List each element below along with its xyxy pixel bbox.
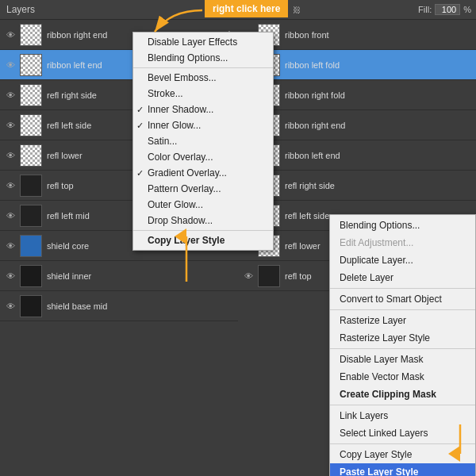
- menu-divider: [330, 309, 475, 310]
- layer-thumbnail: [20, 54, 42, 76]
- chain-icon: ⛓: [290, 3, 303, 16]
- layer-name: shield base mid: [47, 301, 107, 311]
- fill-label: Fill: 100%: [418, 4, 471, 15]
- context-menu-item[interactable]: Color Overlay...: [133, 149, 273, 165]
- context-menu-item[interactable]: Rasterize Layer Style: [330, 329, 475, 347]
- fill-value[interactable]: 100: [435, 4, 460, 15]
- layer-effects-context-menu[interactable]: Disable Layer EffectsBlending Options...…: [132, 32, 274, 251]
- layer-name: refl lower: [47, 151, 83, 160]
- eye-icon[interactable]: 👁: [3, 118, 17, 132]
- context-menu-item[interactable]: ✓Inner Glow...: [133, 117, 273, 133]
- layer-name: refl right side: [47, 90, 97, 100]
- context-menu-item[interactable]: ✓Inner Shadow...: [133, 102, 273, 117]
- eye-icon[interactable]: 👁: [3, 178, 17, 193]
- layer-name: refl lower: [285, 241, 321, 251]
- right-layer-row[interactable]: 👁ribbon right end: [238, 110, 476, 140]
- context-menu-item[interactable]: Satin...: [133, 133, 273, 149]
- context-menu-item[interactable]: Enable Vector Mask: [330, 368, 475, 386]
- eye-icon[interactable]: 👁: [3, 209, 17, 223]
- arrow-to-layer: [147, 6, 210, 40]
- right-layer-row[interactable]: 👁ribbon right fold: [238, 80, 476, 110]
- layer-name: refl left mid: [47, 211, 90, 221]
- menu-divider: [330, 348, 475, 349]
- checkmark-icon: ✓: [136, 105, 144, 115]
- context-menu-item[interactable]: Rasterize Layer: [330, 312, 475, 329]
- layer-name: ribbon left end: [285, 151, 340, 160]
- menu-item-label: Pattern Overlay...: [148, 183, 221, 194]
- menu-item-label: Drop Shadow...: [148, 215, 213, 226]
- menu-item-label: Inner Shadow...: [148, 104, 213, 115]
- checkmark-icon: ✓: [136, 168, 144, 178]
- right-layer-row[interactable]: 👁refl right side: [238, 171, 476, 201]
- menu-item-label: Satin...: [148, 136, 177, 147]
- eye-icon[interactable]: 👁: [3, 28, 17, 42]
- context-menu-item[interactable]: ✓Gradient Overlay...: [133, 165, 273, 181]
- menu-divider: [133, 230, 273, 231]
- layer-thumbnail: [20, 295, 42, 317]
- context-menu-item[interactable]: Bevel Emboss...: [133, 70, 273, 86]
- right-click-callout: right click here: [205, 0, 288, 17]
- menu-item-label: Outer Glow...: [148, 199, 203, 210]
- context-menu-item[interactable]: Blending Options...: [330, 217, 475, 234]
- context-menu-item[interactable]: Drop Shadow...: [133, 213, 273, 228]
- menu-item-label: Color Overlay...: [148, 152, 213, 163]
- arrow-down-paste: [448, 420, 472, 463]
- layer-thumbnail: [20, 175, 42, 197]
- context-menu-item[interactable]: Delete Layer: [330, 269, 475, 286]
- right-layer-row[interactable]: 👁ribbon front: [238, 20, 476, 50]
- arrow-up-copy: [175, 230, 198, 288]
- eye-icon[interactable]: 👁: [3, 148, 17, 163]
- menu-item-label: Inner Glow...: [148, 120, 201, 131]
- context-menu-item[interactable]: Outer Glow...: [133, 197, 273, 213]
- layer-name: refl left side: [47, 121, 91, 130]
- layer-thumbnail: [20, 24, 42, 46]
- layer-row[interactable]: 👁shield inner: [0, 261, 238, 291]
- context-menu-item[interactable]: Stroke...: [133, 86, 273, 102]
- context-menu-item[interactable]: Pattern Overlay...: [133, 181, 273, 197]
- layer-name: ribbon left end: [47, 60, 102, 70]
- layer-name: ribbon right end: [47, 30, 107, 40]
- eye-icon[interactable]: 👁: [3, 239, 17, 253]
- context-menu-item[interactable]: Duplicate Layer...: [330, 251, 475, 269]
- context-menu-item[interactable]: Disable Layer Mask: [330, 351, 475, 368]
- layer-name: refl left side: [285, 211, 329, 221]
- menu-divider: [133, 67, 273, 68]
- menu-divider: [330, 288, 475, 289]
- layer-name: ribbon left fold: [285, 60, 340, 70]
- layers-title: Layers: [6, 4, 35, 15]
- eye-icon[interactable]: 👁: [3, 269, 17, 283]
- menu-item-label: Gradient Overlay...: [148, 167, 227, 178]
- eye-icon[interactable]: 👁: [3, 88, 17, 102]
- context-menu-item[interactable]: Create Clipping Mask: [330, 386, 475, 403]
- layer-name: ribbon right end: [285, 121, 345, 130]
- context-menu-item[interactable]: Paste Layer Style: [330, 463, 475, 476]
- menu-item-label: Stroke...: [148, 88, 183, 99]
- layer-name: refl top: [285, 271, 312, 281]
- layer-name: ribbon front: [285, 30, 329, 40]
- eye-icon[interactable]: 👁: [241, 269, 255, 283]
- layer-thumbnail: [20, 84, 42, 106]
- eye-icon[interactable]: 👁: [3, 299, 17, 313]
- layer-name: shield core: [47, 241, 89, 251]
- context-menu-item[interactable]: Convert to Smart Object: [330, 290, 475, 308]
- layer-name: ribbon right fold: [285, 90, 345, 100]
- context-menu-item[interactable]: Copy Layer Style: [133, 232, 273, 248]
- context-menu-item: Edit Adjustment...: [330, 234, 475, 251]
- menu-item-label: Blending Options...: [148, 52, 228, 63]
- eye-icon[interactable]: 👁: [3, 58, 17, 72]
- menu-item-label: Bevel Emboss...: [148, 72, 217, 83]
- layer-name: refl top: [47, 181, 74, 190]
- context-menu-item[interactable]: Blending Options...: [133, 50, 273, 66]
- layer-thumbnail: [20, 265, 42, 287]
- right-layer-row[interactable]: 👁ribbon left fold: [238, 50, 476, 80]
- layer-thumbnail: [258, 265, 280, 287]
- layer-row[interactable]: 👁shield base mid: [0, 291, 238, 321]
- layer-name: shield inner: [47, 271, 91, 281]
- layer-thumbnail: [20, 144, 42, 167]
- right-layer-row[interactable]: 👁ribbon left end: [238, 140, 476, 171]
- layer-thumbnail: [20, 114, 42, 136]
- menu-divider: [330, 405, 475, 405]
- layer-thumbnail: [20, 205, 42, 227]
- layer-thumbnail: [20, 235, 42, 257]
- checkmark-icon: ✓: [136, 121, 144, 131]
